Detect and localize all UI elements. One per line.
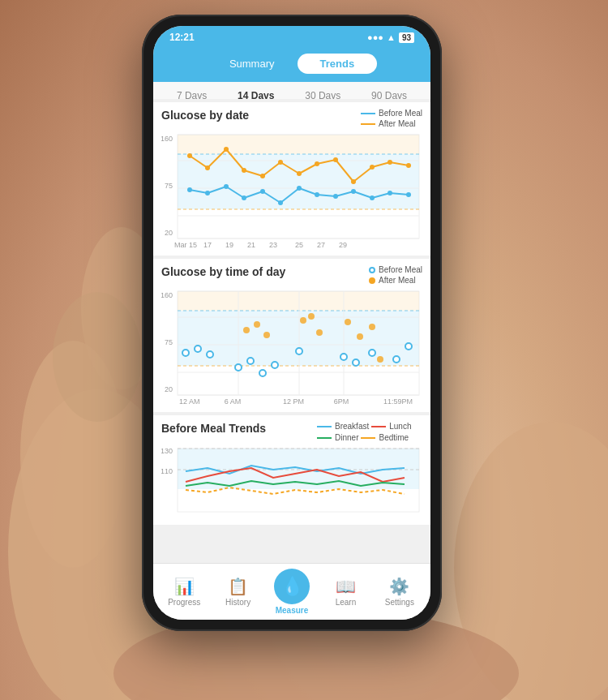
progress-label: Progress: [168, 598, 200, 607]
glucose-by-date-chart: 160 75 20: [161, 131, 422, 249]
measure-label: Measure: [276, 606, 309, 615]
svg-point-71: [369, 324, 375, 330]
svg-point-78: [259, 370, 266, 376]
glucose-by-time-title: Glucose by time of day: [161, 265, 285, 278]
svg-point-36: [370, 195, 375, 200]
svg-point-79: [272, 362, 278, 368]
bedtime-icon: [361, 437, 375, 439]
svg-point-25: [406, 163, 411, 168]
before-meal-trends-section: Before Meal Trends Breakfast Lunch Di: [153, 415, 430, 525]
before-meal-trends-legend: Breakfast Lunch Dinner Bedtime: [317, 422, 422, 442]
svg-point-21: [333, 157, 338, 162]
svg-point-28: [224, 184, 229, 189]
nav-measure[interactable]: 💧 Measure: [265, 569, 319, 615]
svg-point-65: [263, 332, 270, 338]
svg-text:12 PM: 12 PM: [283, 397, 304, 406]
svg-text:11:59PM: 11:59PM: [383, 397, 413, 406]
svg-text:19: 19: [225, 241, 233, 249]
before-meal-trends-chart: 130 110: [161, 445, 422, 518]
svg-point-26: [187, 187, 192, 192]
svg-text:6PM: 6PM: [334, 397, 349, 406]
svg-point-66: [300, 317, 306, 324]
legend-after-meal: After Meal: [361, 119, 416, 128]
svg-point-81: [340, 354, 347, 360]
status-bar: 12:21 ●●● ▲ 93: [153, 26, 430, 49]
svg-text:75: 75: [165, 182, 173, 190]
progress-icon: 📊: [174, 577, 195, 596]
phone-shell: 12:21 ●●● ▲ 93 Summary Trends 7 Days 14 …: [142, 15, 442, 631]
svg-point-76: [235, 364, 242, 371]
legend-after-meal-2: After Meal: [369, 276, 416, 285]
svg-rect-52: [178, 291, 419, 311]
svg-text:20: 20: [165, 385, 173, 393]
glucose-by-time-header: Glucose by time of day Before Meal After…: [161, 265, 422, 285]
nav-settings[interactable]: ⚙️ Settings: [373, 577, 426, 607]
svg-point-24: [387, 160, 392, 165]
glucose-by-date-section: Glucose by date Before Meal After Meal: [153, 102, 430, 256]
settings-icon: ⚙️: [389, 577, 409, 596]
tab-summary[interactable]: Summary: [207, 54, 298, 74]
history-icon: 📋: [228, 577, 248, 596]
svg-point-18: [278, 160, 283, 165]
bottom-nav: 📊 Progress 📋 History 💧 Measure 📖 Learn ⚙…: [153, 563, 430, 620]
svg-point-72: [377, 356, 383, 363]
svg-text:160: 160: [161, 291, 173, 299]
nav-history[interactable]: 📋 History: [211, 577, 264, 607]
breakfast-icon: [317, 426, 332, 427]
nav-learn[interactable]: 📖 Learn: [319, 577, 372, 607]
svg-text:130: 130: [161, 447, 173, 455]
svg-point-30: [260, 189, 265, 194]
svg-point-14: [205, 165, 210, 170]
svg-point-73: [182, 350, 189, 356]
after-meal-label: After Meal: [379, 119, 416, 128]
svg-point-23: [370, 165, 375, 170]
legend-before-meal: Before Meal: [361, 109, 422, 118]
svg-text:110: 110: [161, 467, 173, 475]
svg-text:17: 17: [203, 241, 212, 249]
svg-text:27: 27: [317, 241, 325, 249]
bedtime-label: Bedtime: [379, 433, 409, 442]
before-meal-trends-title: Before Meal Trends: [161, 422, 266, 435]
phone-screen: 12:21 ●●● ▲ 93 Summary Trends 7 Days 14 …: [153, 26, 430, 620]
svg-text:12 AM: 12 AM: [179, 397, 200, 406]
lunch-icon: [371, 426, 386, 427]
signal-icon: ●●●: [367, 32, 383, 42]
nav-progress[interactable]: 📊 Progress: [157, 577, 211, 607]
after-meal-dot-icon: [369, 277, 375, 284]
svg-point-83: [369, 350, 375, 356]
legend-breakfast: Breakfast: [317, 422, 369, 431]
svg-point-69: [345, 319, 351, 325]
svg-point-15: [224, 147, 229, 152]
svg-text:6 AM: 6 AM: [225, 397, 242, 406]
after-meal-label-2: After Meal: [379, 276, 416, 285]
settings-label: Settings: [385, 598, 414, 607]
svg-point-33: [315, 192, 319, 197]
battery-indicator: 93: [399, 32, 414, 43]
scrollable-content: Glucose by date Before Meal After Meal: [153, 99, 430, 563]
svg-point-32: [297, 186, 302, 191]
svg-point-68: [316, 329, 323, 336]
svg-point-77: [247, 358, 254, 364]
svg-point-35: [351, 189, 356, 194]
glucose-by-time-chart: 160 75 20: [161, 288, 422, 406]
svg-rect-5: [178, 135, 419, 154]
tab-trends[interactable]: Trends: [298, 54, 378, 74]
glucose-by-date-header: Glucose by date Before Meal After Meal: [161, 109, 422, 128]
svg-point-75: [207, 351, 213, 358]
before-meal-label-2: Before Meal: [379, 265, 422, 274]
legend-bedtime: Bedtime: [361, 433, 409, 442]
before-meal-dot-icon: [369, 267, 375, 273]
svg-point-82: [353, 359, 359, 366]
svg-point-34: [333, 194, 338, 199]
glucose-by-time-section: Glucose by time of day Before Meal After…: [153, 259, 430, 412]
legend-dinner: Dinner: [317, 433, 358, 442]
svg-point-27: [205, 191, 210, 195]
glucose-by-date-title: Glucose by date: [161, 109, 249, 122]
svg-point-67: [308, 313, 315, 320]
measure-icon: 💧: [274, 569, 310, 604]
svg-point-84: [393, 356, 400, 363]
before-meal-label: Before Meal: [379, 109, 422, 118]
svg-point-20: [315, 161, 319, 166]
before-meal-trends-header: Before Meal Trends Breakfast Lunch Di: [161, 422, 422, 442]
learn-label: Learn: [336, 598, 357, 607]
